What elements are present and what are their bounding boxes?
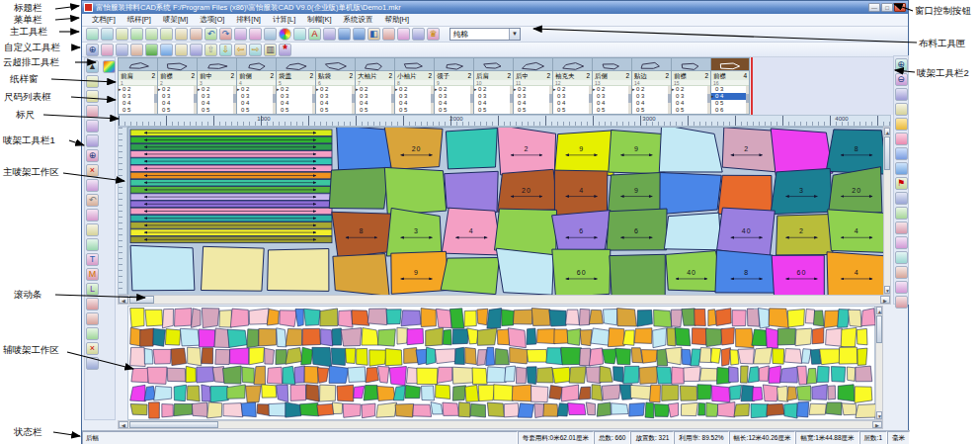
marker-piece[interactable]: [348, 367, 366, 383]
marker-piece[interactable]: [214, 328, 229, 348]
move-arrow-icon[interactable]: [323, 28, 336, 41]
menu-item-2[interactable]: 唛架[M]: [157, 15, 194, 25]
marker-piece[interactable]: [487, 367, 506, 383]
marker-piece[interactable]: [130, 130, 332, 136]
marker-piece[interactable]: [602, 385, 620, 400]
size-list-box[interactable]: 0 20 30 40 5: [593, 86, 631, 114]
protractor-icon[interactable]: [175, 44, 188, 56]
marker-piece[interactable]: [320, 385, 336, 401]
marker-piece[interactable]: [130, 222, 332, 229]
marker-piece[interactable]: [153, 349, 171, 364]
marker-piece[interactable]: [304, 309, 321, 325]
marker-piece[interactable]: [317, 403, 334, 415]
marker-piece[interactable]: [777, 386, 788, 401]
size-list-box[interactable]: 0 20 30 40 5: [119, 86, 157, 114]
pattern-cell-8[interactable]: 小袖片280 20 30 40 5: [394, 57, 434, 115]
marker-piece[interactable]: [508, 328, 526, 348]
marker-piece[interactable]: [706, 402, 719, 416]
marker-piece[interactable]: [377, 386, 395, 400]
marker-piece[interactable]: [188, 347, 202, 366]
marker-piece[interactable]: [716, 309, 732, 326]
marker-piece[interactable]: [801, 349, 811, 364]
scroll-right-icon[interactable]: ▶: [880, 296, 890, 304]
marker-piece[interactable]: [421, 309, 436, 327]
marker-piece[interactable]: [517, 367, 527, 384]
marker-piece[interactable]: [426, 327, 444, 346]
size-list-box[interactable]: 0 20 30 40 5: [514, 86, 552, 114]
marker-piece[interactable]: [197, 367, 214, 383]
undo-arc-icon[interactable]: ↶: [86, 194, 99, 207]
marker-piece[interactable]: [534, 403, 544, 417]
marker-piece[interactable]: [777, 328, 795, 345]
marker-piece[interactable]: [148, 402, 159, 418]
fold-book-icon[interactable]: [86, 223, 99, 236]
size-row[interactable]: 0 5: [672, 107, 710, 114]
size-row[interactable]: 0 3: [316, 93, 355, 100]
marker-piece[interactable]: [130, 245, 195, 290]
size-row[interactable]: 0 4: [593, 100, 631, 107]
size-row[interactable]: 0 3: [198, 93, 236, 100]
marker-piece[interactable]: [431, 402, 443, 414]
marker-piece[interactable]: [664, 213, 721, 250]
marker-piece[interactable]: [682, 349, 692, 365]
marker-piece[interactable]: [751, 403, 769, 417]
menu-item-7[interactable]: 系统设置: [337, 15, 378, 25]
menu-item-5[interactable]: 计算[L]: [267, 15, 301, 25]
size-row[interactable]: 0 5: [316, 107, 355, 114]
marker-piece[interactable]: [531, 309, 550, 326]
marker-piece[interactable]: [697, 385, 711, 400]
marker-piece[interactable]: [787, 310, 804, 327]
screen-split-icon[interactable]: ◧: [368, 28, 380, 41]
size-row[interactable]: 0 5: [593, 107, 631, 114]
size-row[interactable]: 0 4: [514, 100, 552, 107]
pattern-cell-2[interactable]: 前襟220 20 30 40 5: [157, 57, 197, 115]
marker-piece[interactable]: [734, 403, 750, 416]
size-list-scrollbar[interactable]: [273, 86, 276, 114]
marker-piece[interactable]: [416, 349, 427, 365]
size-row[interactable]: 0 3: [356, 93, 394, 100]
fabric-roll-icon[interactable]: [895, 103, 908, 116]
marker-piece[interactable]: [385, 349, 402, 366]
marker-piece[interactable]: [320, 309, 338, 326]
marker-piece[interactable]: [332, 328, 342, 345]
size-list-scrollbar[interactable]: [431, 86, 434, 114]
marker-piece[interactable]: [855, 387, 872, 403]
copy-sheet-icon[interactable]: [190, 44, 203, 56]
marker-piece[interactable]: [838, 385, 855, 401]
marker-piece[interactable]: [265, 348, 275, 364]
size-list-box[interactable]: 0 20 30 40 5: [198, 86, 236, 114]
size-row[interactable]: 0 4: [672, 100, 710, 107]
marker-piece[interactable]: [153, 328, 166, 346]
marker-piece[interactable]: [586, 367, 601, 384]
arrow-right-icon[interactable]: ⇨: [249, 44, 262, 56]
marker-piece[interactable]: [812, 327, 824, 343]
marker-piece[interactable]: [389, 367, 406, 386]
pattern-cell-15[interactable]: 前襟2150 20 30 40 5: [671, 57, 710, 115]
marker-piece[interactable]: [302, 328, 321, 345]
select-icon[interactable]: ▲: [86, 60, 99, 73]
maximize-button[interactable]: □: [881, 3, 893, 12]
marker-piece[interactable]: [513, 310, 532, 324]
folder-blue-icon[interactable]: [895, 147, 908, 160]
marker-piece[interactable]: [579, 387, 591, 400]
main-marker-workspace[interactable]: 20299282049320834664024960408604: [127, 127, 883, 295]
marker-piece[interactable]: [267, 310, 279, 326]
redo-icon[interactable]: ↷: [219, 28, 232, 41]
marker-piece[interactable]: [130, 136, 332, 143]
size-list-box[interactable]: 0 20 30 40 5: [395, 86, 434, 114]
marker-piece[interactable]: [286, 329, 302, 346]
marker-piece[interactable]: [130, 179, 332, 186]
marker-piece[interactable]: [174, 385, 187, 401]
marker-piece[interactable]: [446, 129, 497, 169]
arrow-down-icon[interactable]: ⇩: [219, 44, 232, 56]
size-row[interactable]: 0 5: [395, 107, 434, 114]
marker-piece[interactable]: [747, 309, 759, 326]
flag-icon[interactable]: ⚑: [895, 177, 908, 190]
marker-piece[interactable]: [839, 347, 858, 364]
size-list-box[interactable]: 0 20 30 40 5: [672, 86, 710, 114]
marker-piece[interactable]: [167, 368, 186, 382]
marker-piece[interactable]: [286, 402, 301, 417]
open-marker-icon[interactable]: [86, 28, 99, 41]
marker-piece[interactable]: [754, 348, 773, 364]
marker-piece[interactable]: [294, 366, 304, 383]
